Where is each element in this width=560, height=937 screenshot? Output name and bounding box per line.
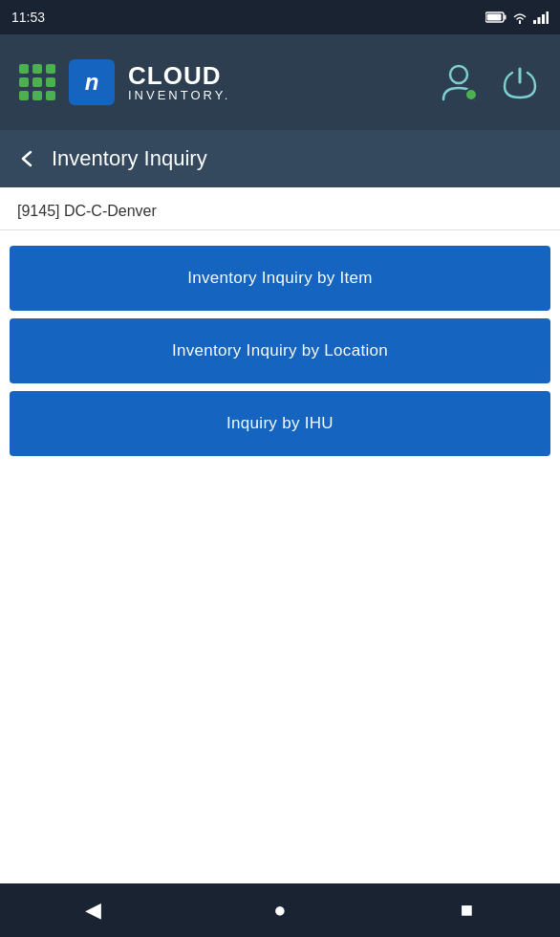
signal-icon: [533, 11, 549, 24]
brand-text: CLOUD INVENTORY.: [128, 63, 230, 102]
bottom-nav-bar: ◀ ● ■: [0, 883, 560, 937]
user-profile-button[interactable]: [438, 61, 480, 103]
location-text: [9145] DC-C-Denver: [17, 203, 157, 219]
svg-rect-5: [542, 14, 545, 24]
logo-letter: n: [85, 69, 99, 96]
status-icons: [485, 11, 549, 24]
svg-rect-3: [533, 20, 536, 24]
power-button[interactable]: [499, 61, 541, 103]
online-status-dot: [464, 88, 478, 101]
inquiry-by-item-button[interactable]: Inventory Inquiry by Item: [10, 246, 550, 311]
svg-rect-4: [538, 17, 541, 24]
svg-rect-1: [505, 15, 506, 20]
status-bar: 11:53: [0, 0, 560, 34]
location-bar: [9145] DC-C-Denver: [0, 187, 560, 230]
svg-rect-6: [547, 11, 549, 24]
main-content: [9145] DC-C-Denver Inventory Inquiry by …: [0, 187, 560, 471]
nav-title: Inventory Inquiry: [52, 146, 207, 171]
brand-cloud: CLOUD: [128, 63, 230, 88]
nav-bar: Inventory Inquiry: [0, 130, 560, 187]
header-left: n CLOUD INVENTORY.: [19, 59, 230, 105]
back-button[interactable]: [17, 148, 38, 169]
inquiry-by-ihu-button[interactable]: Inquiry by IHU: [10, 391, 550, 456]
status-time: 11:53: [11, 10, 45, 25]
battery-icon: [485, 11, 506, 23]
bottom-home-button[interactable]: ●: [261, 891, 299, 929]
back-arrow-icon: [17, 148, 38, 169]
header-right: [438, 61, 541, 103]
app-logo: n: [69, 59, 115, 105]
wifi-icon: [512, 11, 528, 24]
inquiry-buttons: Inventory Inquiry by Item Inventory Inqu…: [0, 230, 560, 471]
svg-point-7: [450, 66, 467, 83]
brand-inventory: INVENTORY.: [128, 88, 230, 102]
bottom-square-button[interactable]: ■: [447, 891, 485, 929]
bottom-back-button[interactable]: ◀: [75, 891, 113, 929]
app-header: n CLOUD INVENTORY.: [0, 34, 560, 130]
inquiry-by-location-button[interactable]: Inventory Inquiry by Location: [10, 318, 550, 383]
menu-grid-icon[interactable]: [19, 64, 55, 100]
svg-rect-2: [487, 14, 502, 21]
power-icon: [499, 61, 541, 103]
